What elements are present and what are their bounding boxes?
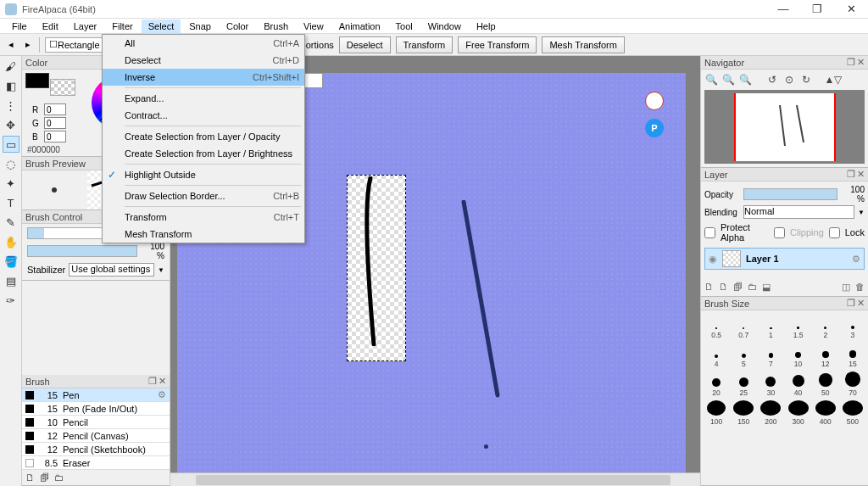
menu-item-inverse[interactable]: InverseCtrl+Shift+I <box>103 69 304 86</box>
r-input[interactable] <box>44 103 66 115</box>
menu-item-expand-[interactable]: Expand... <box>103 90 304 107</box>
lasso-tool[interactable]: ◌ <box>3 155 19 172</box>
brush-size-400[interactable]: 400 <box>814 400 837 426</box>
brush-row[interactable]: 12Pencil (Canvas) <box>22 429 170 443</box>
brush-size-300[interactable]: 300 <box>786 400 810 426</box>
clipping-check[interactable] <box>774 227 785 238</box>
bucket-tool[interactable]: 🪣 <box>3 253 19 270</box>
brush-size-150[interactable]: 150 <box>732 400 755 426</box>
clear-layer-icon[interactable]: ◫ <box>842 282 850 293</box>
protect-alpha-check[interactable] <box>704 227 715 238</box>
alpaca-badge-icon[interactable] <box>645 92 664 110</box>
horizontal-scrollbar[interactable] <box>170 472 700 486</box>
brush-tool[interactable]: 🖌 <box>3 58 19 75</box>
close-button[interactable]: ✕ <box>834 0 868 19</box>
brush-size-70[interactable]: 70 <box>841 371 865 397</box>
duplicate-brush-icon[interactable]: 🗐 <box>40 472 49 483</box>
brush-row[interactable]: 10Pencil <box>22 416 170 429</box>
nav-fwd-icon[interactable]: ▸ <box>22 39 34 51</box>
g-input[interactable] <box>44 117 66 129</box>
duplicate-layer-icon[interactable]: 🗐 <box>733 282 743 293</box>
panel-undock-icon[interactable]: ❐ <box>847 57 855 68</box>
brush-size-20[interactable]: 20 <box>704 371 728 397</box>
menu-window[interactable]: Window <box>421 20 468 33</box>
foreground-swatch[interactable] <box>25 73 49 88</box>
brush-size-1[interactable]: 1 <box>759 314 782 339</box>
dot-tool[interactable]: ⋮ <box>3 97 19 114</box>
layer-item[interactable]: ◉ Layer 1 ⚙ <box>704 248 865 270</box>
new-brush-icon[interactable]: 🗋 <box>25 472 35 483</box>
menu-item-create-selection-from-layer-opacity[interactable]: Create Selection from Layer / Opacity <box>103 128 304 145</box>
menu-item-create-selection-from-layer-brightness[interactable]: Create Selection from Layer / Brightness <box>103 145 304 162</box>
menu-animation[interactable]: Animation <box>332 20 387 33</box>
pixiv-badge-icon[interactable]: P <box>645 119 664 137</box>
menu-item-deselect[interactable]: DeselectCtrl+D <box>103 52 304 69</box>
free-transform-button[interactable]: Free Transform <box>458 36 537 53</box>
shape-combo[interactable]: ☐ Rectangle <box>45 37 104 53</box>
menu-color[interactable]: Color <box>220 20 255 33</box>
folder-icon[interactable]: 🗀 <box>54 472 64 483</box>
new-layer2-icon[interactable]: 🗋 <box>719 282 728 293</box>
menu-help[interactable]: Help <box>470 20 503 33</box>
menu-layer[interactable]: Layer <box>67 20 104 33</box>
menu-item-mesh-transform[interactable]: Mesh Transform <box>103 226 304 243</box>
menu-snap[interactable]: Snap <box>182 20 218 33</box>
brush-size-0.5[interactable]: 0.5 <box>704 314 728 339</box>
brush-size-500[interactable]: 500 <box>841 400 865 426</box>
brush-size-1.5[interactable]: 1.5 <box>786 314 810 339</box>
panel-undock-icon[interactable]: ❐ <box>847 169 855 180</box>
panel-undock-icon[interactable]: ❐ <box>148 376 157 387</box>
menu-brush[interactable]: Brush <box>257 20 295 33</box>
menu-item-contract-[interactable]: Contract... <box>103 107 304 124</box>
stabilizer-select[interactable]: Use global settings <box>69 263 154 277</box>
panel-close-icon[interactable]: ✕ <box>857 169 865 180</box>
delete-layer-icon[interactable]: 🗑 <box>855 282 865 293</box>
zoom-in-icon[interactable]: 🔍 <box>721 73 735 87</box>
blending-select[interactable]: Normal <box>743 205 854 219</box>
transform-button[interactable]: Transform <box>396 36 453 53</box>
brush-size-4[interactable]: 4 <box>704 343 728 368</box>
brush-size-3[interactable]: 3 <box>841 314 865 339</box>
panel-close-icon[interactable]: ✕ <box>159 376 166 387</box>
mesh-transform-button[interactable]: Mesh Transform <box>542 36 624 53</box>
menu-view[interactable]: View <box>297 20 331 33</box>
eyedrop-tool[interactable]: ✎ <box>3 214 19 231</box>
select-rect-tool[interactable]: ▭ <box>3 136 19 153</box>
brush-size-12[interactable]: 12 <box>814 343 837 368</box>
brush-row[interactable]: 12Pencil (Sketchbook) <box>22 443 170 456</box>
brush-opacity-slider[interactable] <box>27 245 137 257</box>
lock-check[interactable] <box>829 227 840 238</box>
gear-icon[interactable]: ⚙ <box>852 254 860 265</box>
panel-undock-icon[interactable]: ❐ <box>847 298 855 309</box>
brush-row[interactable]: 15Pen (Fade In/Out) <box>22 402 170 416</box>
deselect-button[interactable]: Deselect <box>339 36 391 53</box>
menu-file[interactable]: File <box>5 20 34 33</box>
brush-size-200[interactable]: 200 <box>759 400 782 426</box>
wand-tool[interactable]: ✦ <box>3 175 19 192</box>
menu-select[interactable]: Select <box>142 20 181 33</box>
rotate-cw-icon[interactable]: ↻ <box>799 73 813 87</box>
brush-size-40[interactable]: 40 <box>786 371 810 397</box>
brush-size-2[interactable]: 2 <box>814 314 837 339</box>
brush-size-50[interactable]: 50 <box>814 371 837 397</box>
move-tool[interactable]: ✥ <box>3 116 19 133</box>
brush-size-30[interactable]: 30 <box>759 371 782 397</box>
menu-item-transform[interactable]: TransformCtrl+T <box>103 209 304 226</box>
brush-size-10[interactable]: 10 <box>786 343 810 368</box>
folder-layer-icon[interactable]: 🗀 <box>748 282 757 293</box>
navigator-canvas[interactable] <box>704 90 865 164</box>
panel-close-icon[interactable]: ✕ <box>857 57 865 68</box>
eraser-tool[interactable]: ◧ <box>3 77 19 94</box>
brush-size-100[interactable]: 100 <box>704 400 728 426</box>
brush-row[interactable]: 15Pen⚙ <box>22 388 170 402</box>
opacity-slider[interactable] <box>743 188 837 200</box>
menu-item-all[interactable]: AllCtrl+A <box>103 35 304 52</box>
select-pen-tool[interactable]: ✑ <box>3 292 19 309</box>
merge-down-icon[interactable]: ⬓ <box>762 282 771 293</box>
maximize-button[interactable]: ❐ <box>800 0 834 19</box>
brush-size-7[interactable]: 7 <box>759 343 782 368</box>
menu-item-draw-selection-border-[interactable]: Draw Selection Border...Ctrl+B <box>103 187 304 204</box>
minimize-button[interactable]: — <box>766 0 800 19</box>
brush-size-0.7[interactable]: 0.7 <box>732 314 755 339</box>
new-layer-icon[interactable]: 🗋 <box>704 282 714 293</box>
